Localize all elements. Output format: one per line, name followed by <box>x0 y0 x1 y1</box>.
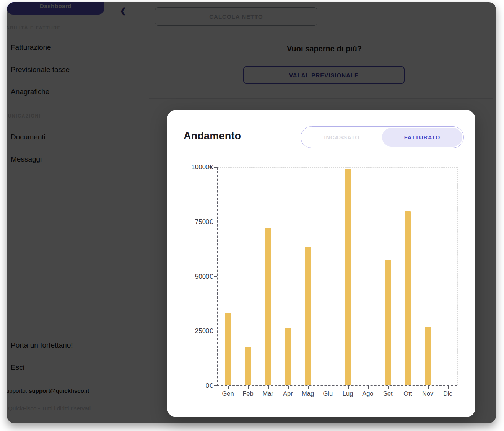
x-axis-tick <box>228 386 229 389</box>
bar-Ott <box>405 211 411 385</box>
gridline-vertical <box>328 167 328 385</box>
y-axis-tick-label: 2500€ <box>170 327 213 335</box>
bar-Mag <box>305 247 311 385</box>
x-axis-tick-label: Mar <box>257 390 280 397</box>
gridline-horizontal <box>218 277 457 277</box>
bar-Feb <box>245 347 251 385</box>
x-axis-tick-label: Ott <box>396 390 419 397</box>
andamento-modal: Andamento INCASSATO FATTURATO 0€2500€500… <box>167 110 475 417</box>
x-axis-tick <box>268 386 269 389</box>
y-axis-tick <box>214 222 217 222</box>
bar-Set <box>385 260 391 385</box>
x-axis-tick <box>448 386 449 389</box>
x-axis-tick <box>428 386 429 389</box>
y-axis-tick <box>214 167 217 168</box>
bar-Lug <box>345 169 351 385</box>
x-axis-tick-label: Lug <box>337 390 359 397</box>
y-axis-tick <box>214 385 217 386</box>
gridline-horizontal <box>218 167 457 168</box>
gridline-vertical <box>368 167 368 385</box>
x-axis-tick <box>288 386 289 389</box>
y-axis-tick-label: 7500€ <box>170 218 213 226</box>
gridline-vertical <box>448 167 448 385</box>
y-axis-tick-label: 10000€ <box>170 163 213 171</box>
x-axis-tick-label: Nov <box>416 390 439 397</box>
x-axis-tick-label: Set <box>376 390 399 397</box>
plot-right-edge <box>457 167 458 385</box>
x-axis-tick-label: Dic <box>436 390 459 397</box>
x-axis-tick-label: Ago <box>356 390 379 397</box>
x-axis-tick-label: Gen <box>216 390 239 397</box>
y-axis-tick-label: 5000€ <box>170 273 213 281</box>
x-axis-tick <box>308 386 309 389</box>
y-axis-tick <box>214 331 217 331</box>
gridline-horizontal <box>218 222 457 222</box>
x-axis-tick-label: Mag <box>296 390 319 397</box>
toggle-incassato-label: INCASSATO <box>324 134 359 140</box>
bar-Gen <box>225 313 231 385</box>
x-axis-tick <box>248 386 249 389</box>
x-axis-tick <box>328 386 328 389</box>
x-axis-tick-label: Feb <box>236 390 259 397</box>
x-axis-tick-label: Giu <box>316 390 339 397</box>
bar-Apr <box>285 328 291 385</box>
modal-title: Andamento <box>184 130 241 142</box>
gridline-horizontal <box>218 331 457 331</box>
y-axis-tick <box>214 276 217 277</box>
y-axis-tick-label: 0€ <box>170 382 213 390</box>
x-axis-tick <box>348 386 349 389</box>
x-axis-tick <box>408 386 408 389</box>
x-axis-tick <box>388 386 389 389</box>
plot-area: 0€2500€5000€7500€10000€GenFebMarAprMagGi… <box>217 167 457 386</box>
toggle-fatturato[interactable]: FATTURATO <box>382 128 462 147</box>
toggle-incassato[interactable]: INCASSATO <box>301 127 383 148</box>
x-axis-tick <box>368 386 369 389</box>
bar-Nov <box>425 327 431 385</box>
bar-Mar <box>265 228 271 385</box>
incassato-fatturato-toggle: INCASSATO FATTURATO <box>301 126 464 148</box>
toggle-fatturato-label: FATTURATO <box>404 134 440 140</box>
x-axis-tick-label: Apr <box>276 390 299 397</box>
